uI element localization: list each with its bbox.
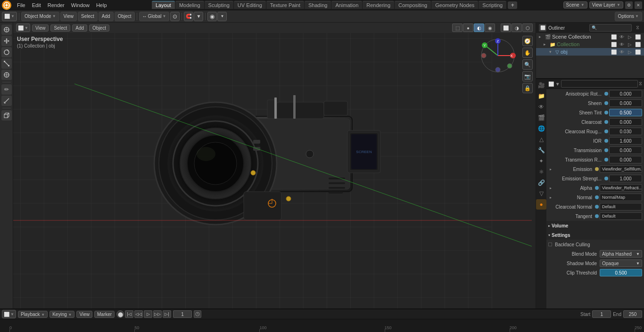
obj-restrict2[interactable]: 👁	[619, 49, 625, 55]
anisotropic-rot-dot[interactable]	[604, 92, 608, 96]
transmission-value[interactable]: 0.000	[609, 146, 642, 154]
object-mode-btn[interactable]: Object Mode ▼	[21, 12, 59, 21]
tab-sculpting[interactable]: Sculpting	[205, 1, 233, 9]
add-workspace-btn[interactable]: +	[508, 1, 517, 9]
menu-help[interactable]: Help	[93, 1, 110, 9]
prop-tab-render[interactable]: 🎥	[536, 80, 546, 90]
emission-arrow[interactable]: ▸	[548, 167, 553, 171]
close-btn[interactable]: ✕	[635, 1, 642, 9]
tab-layout[interactable]: Layout	[152, 1, 175, 9]
next-keyframe-btn[interactable]: ▷|	[163, 310, 171, 318]
blend-mode-dropdown[interactable]: Alpha Hashed ▼	[600, 250, 642, 258]
outliner-filter[interactable]: ⧖	[634, 24, 641, 32]
viewport-hand-btn[interactable]: ✋	[522, 48, 533, 58]
proportional-type[interactable]: ▼	[217, 12, 227, 21]
cursor-tool-btn[interactable]	[1, 24, 12, 35]
pivot-point-btn[interactable]: ⊙	[170, 12, 180, 21]
clip-threshold-value[interactable]: 0.500	[600, 269, 642, 276]
tab-scripting[interactable]: Scripting	[479, 1, 506, 9]
play-forward-btn[interactable]: ▷▷	[153, 310, 162, 318]
tab-geometry-nodes[interactable]: Geometry Nodes	[431, 1, 478, 9]
prop-tab-output[interactable]: 📁	[536, 91, 546, 101]
alpha-value[interactable]: Viewfinder_Refracti...	[600, 184, 642, 192]
viewport-editor-type[interactable]: ⬜ ▼	[16, 24, 30, 32]
emission-dot[interactable]	[595, 167, 599, 171]
transmission-rough-dot[interactable]	[604, 158, 608, 162]
current-frame-input[interactable]: 1	[173, 310, 192, 318]
start-frame-input[interactable]: 1	[592, 310, 611, 318]
col-restrict3[interactable]: ▷	[627, 42, 633, 47]
object-btn[interactable]: Object	[115, 12, 135, 21]
viewport-gizmo[interactable]: X Y Z	[479, 37, 517, 74]
outliner-restrict4[interactable]: ⬜	[635, 34, 641, 40]
tab-texture-paint[interactable]: Texture Paint	[266, 1, 304, 9]
scene-selector[interactable]: Scene ▼	[563, 1, 587, 8]
anisotropic-rot-value[interactable]: 0.000	[609, 90, 642, 97]
emission-strength-value[interactable]: 1.000	[609, 175, 642, 182]
add-cube-btn[interactable]	[1, 110, 12, 121]
clearcoat-dot[interactable]	[604, 120, 608, 124]
volume-section-header[interactable]: ▸ Volume	[546, 221, 644, 230]
timeline-ruler[interactable]: 050100150200250	[0, 319, 644, 332]
settings-section-header[interactable]: ▾ Settings	[546, 230, 644, 240]
outliner-restrict3[interactable]: ▷	[627, 34, 633, 40]
viewport-zoom-btn[interactable]: 🔍	[522, 59, 533, 70]
prop-tab-scene[interactable]: 🎬	[536, 113, 546, 123]
clearcoat-normal-value[interactable]: Default	[600, 203, 642, 211]
transform-orientation[interactable]: ↔ Global ▼	[139, 12, 170, 21]
outliner-obj[interactable]: ▾ ▽ obj ⬜ 👁 ▷ ⬜	[536, 48, 644, 56]
tab-uv-editing[interactable]: UV Editing	[234, 1, 266, 9]
timeline-type-btn[interactable]: ⬜ ▼	[2, 310, 16, 318]
stop-btn[interactable]: ⬤	[116, 310, 124, 318]
menu-edit[interactable]: Edit	[29, 1, 44, 9]
alpha-arrow[interactable]: ▸	[548, 186, 553, 190]
prop-filter-btn[interactable]: ⧖	[639, 81, 642, 87]
tab-shading[interactable]: Shading	[305, 1, 331, 9]
sheen-tint-dot[interactable]	[604, 111, 608, 114]
wireframe-btn[interactable]: ⬚	[452, 24, 462, 32]
outliner-restrict2[interactable]: 👁	[619, 34, 625, 40]
editor-type-selector[interactable]: ⬜ ▼	[2, 12, 17, 21]
settings-btn[interactable]: ⚙	[625, 1, 633, 9]
obj-restrict1[interactable]: ⬜	[611, 49, 617, 55]
outliner-search[interactable]: 🔍	[589, 24, 632, 32]
viewport-lock-btn[interactable]: 🔒	[522, 83, 533, 93]
play-reverse-btn[interactable]: ◁◁	[134, 310, 143, 318]
play-btn[interactable]: ▷	[144, 310, 152, 318]
tab-compositing[interactable]: Compositing	[395, 1, 431, 9]
keying-btn[interactable]: Keying ▼	[50, 311, 74, 318]
scale-tool-btn[interactable]	[1, 58, 12, 69]
move-tool-btn[interactable]	[1, 36, 12, 46]
measure-btn[interactable]	[1, 96, 12, 106]
emission-value[interactable]: Viewfinder_SelfIllum...	[600, 165, 642, 173]
tangent-dot[interactable]	[595, 214, 599, 218]
sheen-dot[interactable]	[604, 101, 608, 105]
render-region-btn[interactable]: ⬜	[501, 24, 511, 32]
property-search-input[interactable]	[561, 80, 638, 88]
rendered-btn[interactable]: ◉	[485, 24, 495, 32]
overlay-btn[interactable]: ◑	[512, 24, 522, 32]
col-restrict2[interactable]: 👁	[619, 42, 625, 47]
prop-tab-object[interactable]: △	[536, 134, 546, 145]
add-btn[interactable]: Add	[99, 12, 114, 21]
playback-btn[interactable]: Playback ▼	[18, 311, 48, 318]
tab-modeling[interactable]: Modeling	[175, 1, 204, 9]
transmission-dot[interactable]	[604, 148, 608, 152]
prop-type-selector[interactable]: ⬜ ▼	[548, 81, 560, 87]
prop-tab-world[interactable]: 🌐	[536, 123, 546, 134]
material-btn[interactable]: ◐	[474, 24, 484, 32]
prop-tab-modifier[interactable]: 🔧	[536, 145, 546, 155]
menu-file[interactable]: File	[14, 1, 28, 9]
view-btn[interactable]: View	[60, 12, 77, 21]
tab-animation[interactable]: Animation	[331, 1, 362, 9]
ior-dot[interactable]	[604, 139, 608, 143]
normal-dot[interactable]	[595, 195, 599, 199]
ior-value[interactable]: 1.600	[609, 137, 642, 145]
viewport-camera-btn[interactable]: 📷	[522, 71, 533, 81]
viewport-view-btn[interactable]: View	[32, 24, 49, 32]
timeline-view-btn[interactable]: View	[76, 311, 92, 318]
clearcoat-rough-dot[interactable]	[604, 130, 608, 133]
tab-rendering[interactable]: Rendering	[363, 1, 394, 9]
sheen-value[interactable]: 0.000	[609, 99, 642, 107]
clearcoat-normal-dot[interactable]	[595, 205, 599, 209]
